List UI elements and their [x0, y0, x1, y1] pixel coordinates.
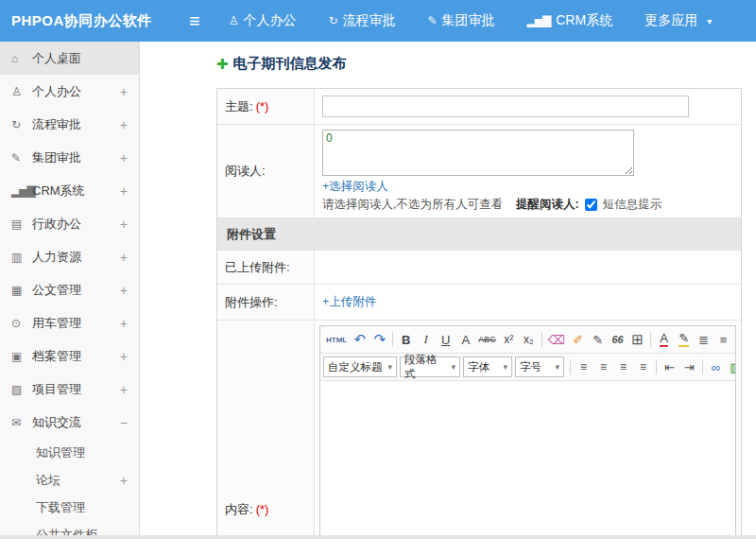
subject-row: 主题: (*) — [217, 89, 741, 125]
sidebar-item-knowledge-exchange[interactable]: ✉ 知识交流 − — [0, 406, 139, 439]
edit-icon: ✎ — [11, 151, 32, 165]
expand-plus-icon[interactable]: + — [116, 382, 128, 397]
attachment-ops-label: 附件操作: — [217, 285, 315, 320]
select-readers-link[interactable]: +选择阅读人 — [322, 179, 388, 195]
sidebar-subitem-knowledge-mgmt[interactable]: 知识管理 — [0, 439, 139, 466]
rich-text-editor: HTML ↶ ↷ B I U A ABC x² x₂ — [319, 325, 736, 535]
insert-link-button[interactable]: ∞ — [706, 356, 726, 377]
expand-plus-icon[interactable]: + — [116, 183, 128, 199]
subscript-button[interactable]: x₂ — [519, 329, 539, 350]
ordered-list-button[interactable]: ≣ — [694, 329, 713, 350]
content-row: 内容: (*) HTML ↶ ↷ B I U — [217, 321, 741, 535]
subject-field-cell — [315, 89, 741, 124]
paragraph-format-select[interactable]: 段落格式 ▾ — [400, 356, 460, 377]
italic-button[interactable]: I — [416, 329, 436, 350]
outdent-button[interactable]: ⇤ — [660, 356, 679, 377]
add-icon: ✚ — [216, 57, 229, 71]
pen-button[interactable]: ✎ — [588, 329, 608, 350]
indent-button[interactable]: ⇥ — [679, 356, 699, 377]
sidebar-item-personal-office[interactable]: ♙ 个人办公 + — [0, 75, 139, 108]
sidebar-item-document-mgmt[interactable]: ▦ 公文管理 + — [0, 273, 139, 306]
person-icon: ♙ — [229, 14, 238, 27]
subject-label: 主题: (*) — [217, 89, 315, 124]
sidebar-item-crm-system[interactable]: ▂▅▇ CRM系统 + — [0, 174, 139, 207]
editor-toolbar-row2: 自定义标题 ▾ 段落格式 ▾ 字体 ▾ — [320, 354, 735, 381]
chat-icon: ✉ — [11, 416, 32, 429]
expand-plus-icon[interactable]: + — [116, 217, 128, 232]
editor-toolbar-row1: HTML ↶ ↷ B I U A ABC x² x₂ — [320, 326, 735, 354]
font-color-button[interactable]: A — [654, 329, 674, 350]
nav-crm-system[interactable]: ▂▅▇ CRM系统 — [527, 12, 613, 29]
toolbar-separator — [392, 332, 393, 347]
collapse-minus-icon[interactable]: − — [116, 415, 128, 430]
expand-plus-icon[interactable]: + — [116, 316, 128, 331]
chevron-down-icon: ▾ — [387, 362, 392, 372]
underline-button[interactable]: U — [436, 329, 455, 350]
align-left-button[interactable]: ≡ — [574, 356, 593, 377]
strikethrough-button[interactable]: ABC — [475, 329, 499, 350]
subject-input[interactable] — [322, 96, 689, 117]
blockquote-button[interactable]: 66 — [608, 329, 627, 350]
insert-image-button[interactable]: ▧ — [726, 356, 735, 377]
editor-content-area[interactable] — [320, 381, 735, 535]
upload-attachment-link[interactable]: +上传附件 — [322, 294, 376, 310]
custom-heading-select[interactable]: 自定义标题 ▾ — [323, 356, 397, 377]
nav-workflow-approval[interactable]: ↻ 流程审批 — [328, 12, 395, 29]
nav-more-apps[interactable]: 更多应用 ▾ — [644, 12, 712, 29]
top-header: PHPOA协同办公软件 ≡ ♙ 个人办公 ↻ 流程审批 ✎ 集团审批 ▂▅▇ C… — [0, 0, 756, 42]
nav-group-approval[interactable]: ✎ 集团审批 — [428, 12, 495, 29]
expand-plus-icon[interactable]: + — [116, 84, 128, 99]
redo-button[interactable]: ↷ — [369, 329, 389, 350]
sidebar-item-workflow-approval[interactable]: ↻ 流程审批 + — [0, 108, 139, 141]
body-row: ⌂ 个人桌面 ♙ 个人办公 + ↻ 流程审批 + ✎ 集团审批 + ▂▅▇ C — [0, 42, 756, 535]
sidebar-subitem-download-mgmt[interactable]: 下载管理 — [0, 494, 139, 521]
readers-hint: 请选择阅读人,不选为所有人可查看 — [322, 197, 503, 213]
person-icon: ♙ — [11, 85, 32, 98]
sidebar-item-admin-office[interactable]: ▤ 行政办公 + — [0, 207, 139, 240]
attachment-section-header: 附件设置 — [217, 218, 741, 251]
font-style-button[interactable]: A — [455, 329, 475, 350]
nav-personal-office[interactable]: ♙ 个人办公 — [229, 12, 297, 29]
sidebar-subitem-forum[interactable]: 论坛 + — [0, 466, 139, 494]
align-right-button[interactable]: ≡ — [613, 356, 633, 377]
font-size-select[interactable]: 字号 ▾ — [515, 356, 564, 377]
highlight-color-button[interactable]: ✎ — [674, 329, 694, 350]
undo-button[interactable]: ↶ — [350, 329, 369, 350]
align-center-button[interactable]: ≡ — [593, 356, 613, 377]
expand-plus-icon[interactable]: + — [116, 349, 128, 364]
superscript-button[interactable]: x² — [499, 329, 519, 350]
page-title-row: ✚ 电子期刊信息发布 — [216, 55, 756, 73]
sms-notify-checkbox[interactable] — [585, 199, 597, 211]
expand-plus-icon[interactable]: + — [116, 250, 128, 265]
unordered-list-button[interactable]: ≡ — [713, 329, 733, 350]
sidebar-item-hr[interactable]: ▥ 人力资源 + — [0, 240, 139, 273]
font-family-select[interactable]: 字体 ▾ — [463, 356, 512, 377]
readers-textarea[interactable]: 0 — [322, 130, 634, 176]
document-icon: ▦ — [11, 284, 32, 297]
uploaded-attachments-label: 已上传附件: — [217, 251, 315, 284]
expand-plus-icon[interactable]: + — [116, 283, 128, 298]
bold-button[interactable]: B — [396, 329, 416, 350]
sidebar-item-personal-desktop[interactable]: ⌂ 个人桌面 — [0, 42, 139, 75]
expand-plus-icon[interactable]: + — [116, 117, 128, 132]
horizontal-scrollbar[interactable] — [0, 535, 756, 539]
app-window: PHPOA协同办公软件 ≡ ♙ 个人办公 ↻ 流程审批 ✎ 集团审批 ▂▅▇ C… — [0, 0, 756, 539]
sidebar-subitem-public-file-cabinet[interactable]: 公共文件柜 — [0, 521, 139, 535]
required-mark: (*) — [256, 99, 269, 113]
format-brush-button[interactable]: ✐ — [568, 329, 588, 350]
sidebar-item-archives-mgmt[interactable]: ▣ 档案管理 + — [0, 339, 139, 373]
expand-plus-icon[interactable]: + — [116, 150, 128, 165]
insert-table-button[interactable]: ⊞ — [627, 329, 647, 350]
sms-notify-label: 短信息提示 — [603, 197, 662, 213]
expand-plus-icon[interactable]: + — [116, 473, 128, 488]
sidebar-item-group-approval[interactable]: ✎ 集团审批 + — [0, 141, 139, 174]
toolbar-separator — [541, 332, 542, 347]
sidebar-item-vehicle-mgmt[interactable]: ⊙ 用车管理 + — [0, 306, 139, 339]
chevron-down-icon: ▾ — [555, 362, 559, 372]
remove-format-button[interactable]: ⌫ — [545, 329, 568, 350]
sidebar-item-project-mgmt[interactable]: ▧ 项目管理 + — [0, 373, 139, 406]
html-source-button[interactable]: HTML — [323, 329, 350, 350]
hamburger-menu-icon[interactable]: ≡ — [189, 11, 200, 30]
align-justify-button[interactable]: ≡ — [633, 356, 653, 377]
app-title[interactable]: PHPOA协同办公软件 — [0, 12, 189, 30]
